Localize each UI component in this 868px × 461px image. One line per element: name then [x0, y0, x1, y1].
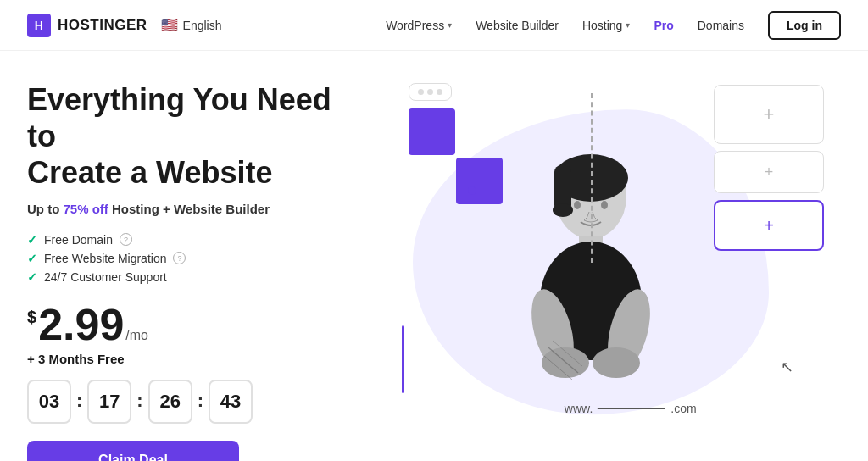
purple-dot-accent — [468, 186, 476, 195]
info-icon[interactable]: ? — [120, 233, 132, 246]
main-nav: WordPress ▾ Website Builder Hosting ▾ Pr… — [386, 11, 841, 40]
features-list: ✓ Free Domain ? ✓ Free Website Migration… — [27, 233, 341, 284]
svg-point-9 — [593, 347, 640, 378]
price-display: $ 2.99 /mo — [27, 303, 341, 347]
countdown-minutes: 17 — [87, 380, 131, 424]
domain-bar: www. .com — [565, 402, 697, 415]
price-amount: 2.99 — [38, 303, 124, 347]
plus-icon: + — [764, 216, 774, 236]
hero-image-area: + + + ↖ www. .com — [341, 51, 841, 461]
claim-deal-button[interactable]: Claim Deal — [27, 441, 239, 461]
feature-item: ✓ 24/7 Customer Support — [27, 270, 341, 284]
browser-dot — [427, 89, 433, 95]
main-content: Everything You Need to Create a Website … — [0, 51, 868, 461]
domain-underline — [598, 408, 665, 409]
price-block: $ 2.99 /mo — [27, 303, 341, 347]
domain-www: www. — [565, 402, 593, 415]
cursor-icon: ↖ — [781, 358, 793, 376]
check-icon: ✓ — [27, 252, 37, 265]
flag-icon: 🇺🇸 — [161, 17, 178, 33]
nav-domains[interactable]: Domains — [698, 19, 744, 32]
feature-item: ✓ Free Domain ? — [27, 233, 341, 247]
login-button[interactable]: Log in — [768, 11, 841, 40]
main-headline: Everything You Need to Create a Website — [27, 81, 341, 192]
dashed-line — [591, 93, 593, 263]
browser-dot — [437, 89, 442, 95]
mockup-card-small: + — [714, 151, 824, 193]
browser-dot — [418, 89, 424, 95]
vertical-line-accent — [402, 325, 404, 393]
price-period: /mo — [125, 328, 148, 343]
deco-square-1 — [409, 108, 455, 155]
svg-point-14 — [601, 201, 608, 209]
plus-icon: + — [764, 103, 775, 125]
countdown-seconds: 26 — [148, 380, 192, 424]
plus-icon: + — [765, 164, 774, 181]
check-icon: ✓ — [27, 233, 37, 247]
left-content: Everything You Need to Create a Website … — [27, 51, 341, 461]
svg-point-3 — [553, 203, 573, 217]
feature-item: ✓ Free Website Migration ? — [27, 252, 341, 265]
language-label: English — [183, 19, 222, 32]
countdown-sep: : — [136, 390, 142, 412]
mockup-card-highlight: + — [714, 200, 824, 251]
header-left: H HOSTINGER 🇺🇸 English — [27, 14, 221, 37]
logo-text: HOSTINGER — [58, 17, 147, 34]
subheadline: Up to 75% off Hosting + Website Builder — [27, 202, 341, 216]
check-icon: ✓ — [27, 270, 37, 284]
chevron-down-icon: ▾ — [626, 20, 630, 30]
domain-com: .com — [670, 402, 696, 415]
logo-letter: H — [35, 19, 44, 32]
countdown-frames: 43 — [209, 380, 253, 424]
nav-website-builder[interactable]: Website Builder — [476, 19, 559, 32]
countdown-timer: 03 : 17 : 26 : 43 — [27, 380, 341, 424]
countdown-sep: : — [76, 390, 82, 412]
chevron-down-icon: ▾ — [448, 20, 452, 30]
logo-icon: H — [27, 14, 51, 37]
free-months-label: + 3 Months Free — [27, 352, 341, 366]
logo[interactable]: H HOSTINGER — [27, 14, 147, 37]
nav-wordpress[interactable]: WordPress ▾ — [386, 19, 452, 32]
nav-pro[interactable]: Pro — [654, 19, 673, 32]
svg-point-13 — [574, 201, 581, 209]
mockup-card-large: + — [714, 85, 824, 144]
browser-bar — [409, 83, 452, 101]
deco-square-2 — [456, 158, 503, 204]
info-icon[interactable]: ? — [173, 252, 186, 264]
header: H HOSTINGER 🇺🇸 English WordPress ▾ Websi… — [0, 0, 868, 51]
nav-hosting[interactable]: Hosting ▾ — [582, 19, 630, 32]
language-selector[interactable]: 🇺🇸 English — [161, 17, 222, 33]
countdown-sep: : — [198, 390, 203, 412]
ui-mockup: + + + — [714, 85, 824, 251]
countdown-hours: 03 — [27, 380, 71, 424]
price-dollar: $ — [27, 308, 36, 327]
